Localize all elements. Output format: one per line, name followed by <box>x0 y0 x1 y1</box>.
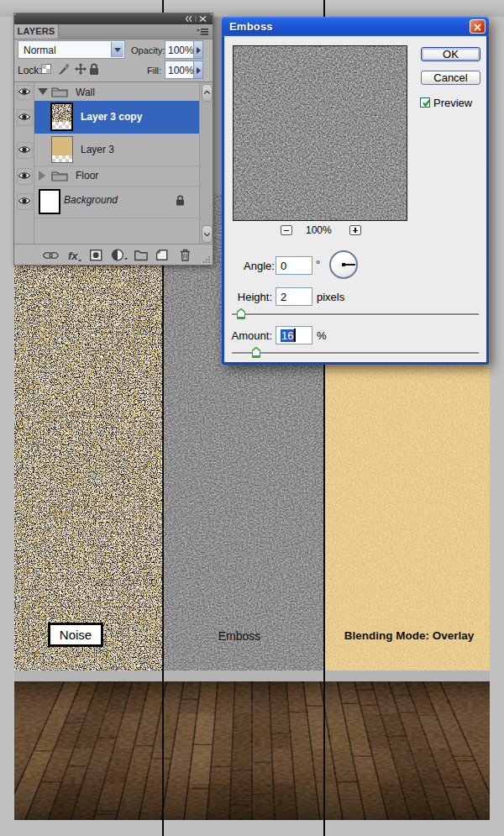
svg-text:fx: fx <box>68 250 78 262</box>
